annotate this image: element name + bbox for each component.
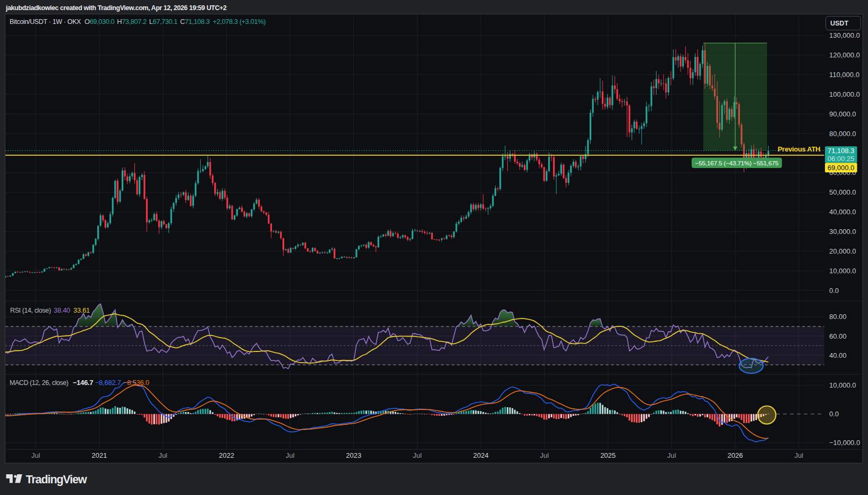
svg-text:110,000.0: 110,000.0 [829,71,860,79]
svg-text:Jul: Jul [413,451,422,459]
svg-text:Jul: Jul [794,451,803,459]
svg-text:80,000.0: 80,000.0 [829,130,856,138]
svg-text:50,000.0: 50,000.0 [829,188,856,196]
svg-text:−146.7: −146.7 [73,379,93,387]
svg-text:2024: 2024 [473,451,489,459]
svg-text:Jul: Jul [31,451,40,459]
svg-text:USDT: USDT [830,20,848,27]
svg-text:100,000.0: 100,000.0 [829,90,860,98]
svg-text:2025: 2025 [600,451,616,459]
svg-text:RSI (14, close): RSI (14, close) [10,307,51,314]
svg-text:jakubdziadkowiec created with: jakubdziadkowiec created with TradingVie… [5,4,227,12]
svg-text:10,000.0: 10,000.0 [829,267,856,275]
svg-text:Jul: Jul [158,451,167,459]
svg-text:20,000.0: 20,000.0 [829,247,856,255]
svg-text:33.61: 33.61 [73,306,90,314]
svg-text:69,000.0: 69,000.0 [828,164,855,172]
svg-text:2022: 2022 [219,451,234,459]
svg-text:Jul: Jul [286,451,295,459]
svg-text:−55,167.5 (−43.71%) −551,675: −55,167.5 (−43.71%) −551,675 [695,160,779,167]
svg-text:30,000.0: 30,000.0 [829,228,856,236]
svg-text:TradingView: TradingView [26,473,88,486]
svg-text:−8,682.7: −8,682.7 [95,379,121,387]
svg-text:0.0: 0.0 [829,410,839,418]
svg-text:O69,030.0H73,807.2L67,730.1C71: O69,030.0H73,807.2L67,730.1C71,108.3+2,0… [84,18,266,26]
svg-text:MACD (12, 26, close): MACD (12, 26, close) [10,379,69,387]
svg-text:2021: 2021 [92,451,107,459]
svg-text:120,000.0: 120,000.0 [829,51,860,59]
svg-text:71,108.3: 71,108.3 [828,147,855,155]
svg-text:0.0: 0.0 [829,287,839,295]
svg-text:60.00: 60.00 [829,332,847,340]
svg-text:130,000.0: 130,000.0 [829,31,860,39]
svg-text:Jul: Jul [667,451,676,459]
svg-text:40,000.0: 40,000.0 [829,208,856,216]
svg-text:80.00: 80.00 [829,313,847,321]
svg-text:90,000.0: 90,000.0 [829,110,856,118]
svg-text:Bitcoin/USDT · 1W · OKX: Bitcoin/USDT · 1W · OKX [10,18,81,26]
svg-text:−10,000.0: −10,000.0 [829,439,860,447]
svg-text:06:00:25: 06:00:25 [828,155,855,163]
svg-text:−8,536.0: −8,536.0 [123,379,149,387]
svg-text:Previous ATH: Previous ATH [778,145,820,153]
svg-text:Jul: Jul [540,451,549,459]
svg-text:40.00: 40.00 [829,351,847,359]
svg-text:2026: 2026 [728,451,743,459]
svg-text:2023: 2023 [346,451,361,459]
svg-text:38.40: 38.40 [54,306,70,314]
svg-text:10,000.0: 10,000.0 [829,381,856,389]
